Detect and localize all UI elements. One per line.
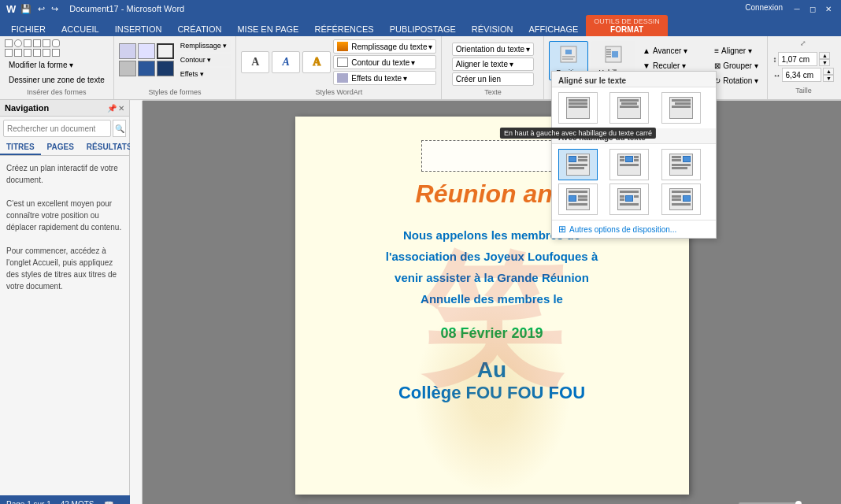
insert-shapes-content: Modifier la forme ▾ Dessiner une zone de… <box>5 39 109 87</box>
tab-outils-dessin[interactable]: OUTILS DE DESSIN FORMAT <box>586 15 668 36</box>
advance-btn[interactable]: ▲ Avancer ▾ <box>639 44 707 57</box>
shape-style-btn[interactable] <box>119 43 136 59</box>
size-expand[interactable]: ⤢ <box>772 39 834 47</box>
status-words[interactable]: 42 MOTS <box>61 500 94 505</box>
pd-align-top-center[interactable] <box>609 92 649 124</box>
nav-search-button[interactable]: 🔍 <box>113 120 126 137</box>
quick-redo[interactable]: ↪ <box>51 4 58 14</box>
tab-references[interactable]: RÉFÉRENCES <box>306 22 381 36</box>
shape-style-btn[interactable] <box>157 61 174 76</box>
wordart-btn-3[interactable]: A <box>302 51 331 73</box>
tab-affichage[interactable]: AFFICHAGE <box>521 22 586 36</box>
title-bar-left: W 💾 ↩ ↪ Document17 - Microsoft Word <box>6 3 184 15</box>
quick-undo[interactable]: ↩ <box>38 4 45 14</box>
wordart-btn-2[interactable]: A <box>272 51 300 73</box>
svg-rect-3 <box>562 58 573 60</box>
orientation-btn[interactable]: Orientation du texte ▾ <box>452 43 534 56</box>
nav-hint-2: C'est un excellent moyen pour connaître … <box>6 198 123 233</box>
nav-hint-1: Créez un plan interactif de votre docume… <box>6 162 123 186</box>
tab-publipostage[interactable]: PUBLIPOSTAGE <box>382 22 464 36</box>
shape-btn[interactable] <box>5 49 13 57</box>
shape-effects-btn[interactable]: Effets ▾ <box>176 68 232 80</box>
nav-tab-titres[interactable]: TITRES <box>0 140 41 155</box>
tab-accueil[interactable]: ACCUEIL <box>54 22 107 36</box>
pd-wrap-top-center[interactable] <box>609 149 649 180</box>
shape-btn[interactable] <box>52 39 60 47</box>
rotate-label: Rotation <box>723 76 752 85</box>
status-page[interactable]: Page 1 sur 1 <box>6 500 51 505</box>
position-icon <box>559 45 578 67</box>
pd-align-top-left[interactable] <box>558 92 598 124</box>
shape-btn[interactable] <box>14 39 22 47</box>
status-left: Page 1 sur 1 42 MOTS 📖 <box>6 500 113 505</box>
shape-style-btn[interactable] <box>119 61 136 76</box>
character-silhouette <box>413 298 571 495</box>
tab-revision[interactable]: RÉVISION <box>464 22 521 36</box>
word-logo: W <box>6 3 16 15</box>
doc-scroll-area[interactable]: 笑 Réunion ann Nous appelons les membres … <box>143 101 841 504</box>
width-up[interactable]: ▲ <box>823 68 834 75</box>
connection-label[interactable]: Connexion <box>745 3 783 14</box>
group-btn[interactable]: ⊠ Grouper ▾ <box>710 59 762 72</box>
wordart-btn-1[interactable]: A <box>241 51 269 73</box>
shape-btn[interactable] <box>14 49 22 57</box>
width-down[interactable]: ▼ <box>823 75 834 82</box>
title-text: Document17 - Microsoft Word <box>69 4 184 13</box>
minimize-button[interactable]: ─ <box>791 3 803 14</box>
contour-text-btn[interactable]: Contour du texte ▾ <box>333 55 436 69</box>
height-input[interactable] <box>778 52 817 66</box>
align-text-btn[interactable]: Aligner le texte ▾ <box>452 57 534 71</box>
insert-shapes-group: Modifier la forme ▾ Dessiner une zone de… <box>0 36 114 99</box>
shape-btn[interactable] <box>24 49 31 57</box>
shape-btn[interactable] <box>24 39 31 47</box>
pd-wrap-top-left[interactable]: En haut à gauche avec habillage du texte… <box>558 149 598 180</box>
shape-btn[interactable] <box>5 39 13 47</box>
pd-wrap-top-right[interactable] <box>661 149 701 180</box>
shape-btn[interactable] <box>43 49 50 57</box>
pd-wrap-page-4 <box>566 188 590 210</box>
pd-wrap-middle-right[interactable] <box>661 183 701 215</box>
shape-btn[interactable] <box>43 39 50 47</box>
width-input[interactable] <box>782 68 821 82</box>
pd-more-options[interactable]: ⊞ Autres options de disposition... <box>552 220 716 238</box>
title-bar-controls: Connexion ─ ◻ ✕ <box>745 3 835 14</box>
shape-fill-btn[interactable]: Remplissage ▾ <box>176 39 232 52</box>
height-down[interactable]: ▼ <box>819 59 830 66</box>
shape-styles-group: Remplissage ▾ Contour ▾ Effets ▾ Styles … <box>114 36 237 99</box>
nav-search: 🔍 <box>0 117 129 140</box>
shape-style-btn[interactable] <box>157 43 174 59</box>
effects-text-btn[interactable]: Effets du texte ▾ <box>333 71 436 85</box>
pd-wrap-middle-center[interactable] <box>609 183 649 215</box>
nav-search-input[interactable] <box>3 120 111 137</box>
close-button[interactable]: ✕ <box>822 3 835 14</box>
nav-tab-pages[interactable]: PAGES <box>41 140 80 155</box>
nav-close-btn[interactable]: ✕ <box>118 104 124 113</box>
pd-wrap-middle-left[interactable] <box>558 183 598 215</box>
modify-shape-btn[interactable]: Modifier la forme ▾ <box>5 58 109 72</box>
status-spell-icon[interactable]: 📖 <box>104 500 113 505</box>
draw-text-zone-btn[interactable]: Dessiner une zone de texte <box>5 73 109 87</box>
pd-align-top-right[interactable] <box>661 92 701 124</box>
tab-insertion[interactable]: INSERTION <box>107 22 170 36</box>
tab-mise-en-page[interactable]: MISE EN PAGE <box>229 22 306 36</box>
shape-contour-btn[interactable]: Contour ▾ <box>176 54 232 66</box>
create-link-btn[interactable]: Créer un lien <box>452 72 534 86</box>
rotate-btn[interactable]: ↻ Rotation ▾ <box>710 74 762 87</box>
fill-text-btn[interactable]: Remplissage du texte ▾ <box>333 39 436 54</box>
shape-btn[interactable] <box>33 49 41 57</box>
shape-btn[interactable] <box>52 49 60 57</box>
nav-pin-btn[interactable]: 📌 <box>107 104 117 113</box>
tab-fichier[interactable]: FICHIER <box>3 22 54 36</box>
shape-style-btn[interactable] <box>138 43 155 59</box>
height-up[interactable]: ▲ <box>819 52 830 59</box>
height-row: ↕ ▲ ▼ <box>772 52 834 66</box>
quick-save[interactable]: 💾 <box>20 4 31 14</box>
orientation-label: Orientation du texte <box>456 45 524 54</box>
shape-style-btn[interactable] <box>138 61 155 76</box>
contour-text-label: Contour du texte <box>351 58 409 67</box>
tab-creation[interactable]: CRÉATION <box>169 22 229 36</box>
align-btn[interactable]: ≡ Aligner ▾ <box>710 44 762 57</box>
shape-btn[interactable] <box>33 39 41 47</box>
title-bar: W 💾 ↩ ↪ Document17 - Microsoft Word Conn… <box>0 0 841 17</box>
restore-button[interactable]: ◻ <box>806 3 819 14</box>
